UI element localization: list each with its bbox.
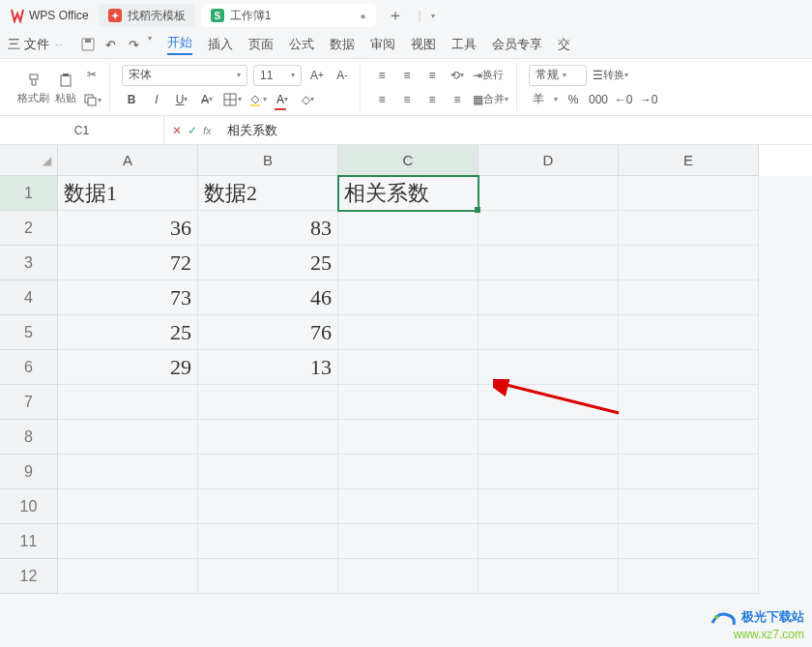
row-header[interactable]: 1 [0, 176, 58, 211]
cell-A5[interactable]: 25 [58, 315, 198, 350]
align-middle-button[interactable]: ≡ [397, 65, 417, 86]
cell-C5[interactable] [338, 315, 478, 350]
redo-button[interactable]: ↷ [125, 34, 144, 55]
cell-E6[interactable] [619, 350, 759, 385]
paste-button[interactable] [55, 70, 76, 91]
cell-B11[interactable] [198, 524, 338, 559]
cell-D2[interactable] [478, 211, 619, 246]
close-icon[interactable]: ● [360, 11, 365, 21]
cell-A2[interactable]: 36 [58, 211, 198, 246]
cell-E8[interactable] [619, 420, 759, 455]
cell-C11[interactable] [338, 524, 478, 559]
cancel-button[interactable]: ✕ [172, 124, 182, 137]
cell-D1[interactable] [478, 176, 619, 211]
column-header-B[interactable]: B [198, 145, 338, 176]
decrease-font-button[interactable]: A- [333, 65, 352, 86]
cell-B9[interactable] [198, 455, 338, 489]
font-size-select[interactable]: 11▾ [253, 65, 302, 86]
format-painter-button[interactable] [17, 70, 49, 91]
cell-C7[interactable] [338, 385, 478, 420]
column-header-A[interactable]: A [58, 145, 198, 176]
menu-formula[interactable]: 公式 [289, 36, 314, 53]
tab-list-dropdown[interactable]: ▾ [431, 12, 435, 20]
menu-view[interactable]: 视图 [411, 36, 436, 53]
thousand-button[interactable]: 000 [589, 89, 608, 110]
cell-C10[interactable] [338, 489, 478, 524]
align-right-button[interactable]: ≡ [422, 89, 442, 110]
underline-button[interactable]: U▾ [172, 89, 191, 110]
bold-button[interactable]: B [122, 89, 141, 110]
cell-D8[interactable] [478, 420, 619, 455]
select-all-corner[interactable]: ◢ [0, 145, 58, 176]
cell-B7[interactable] [198, 385, 338, 420]
menu-tools[interactable]: 工具 [451, 36, 477, 53]
fill-color-button[interactable]: ▾ [247, 89, 267, 110]
decrease-decimal-button[interactable]: ←0 [614, 89, 633, 110]
cell-A9[interactable] [58, 455, 198, 489]
cell-E2[interactable] [619, 211, 759, 246]
align-top-button[interactable]: ≡ [372, 65, 392, 86]
cell-A7[interactable] [58, 385, 198, 420]
orientation-button[interactable]: ⟲▾ [448, 65, 467, 86]
cell-E9[interactable] [619, 455, 759, 489]
cell-B12[interactable] [198, 559, 338, 594]
cell-D9[interactable] [478, 455, 619, 489]
cut-button[interactable]: ✂ [82, 64, 102, 85]
cell-A12[interactable] [58, 559, 198, 594]
cell-E11[interactable] [619, 524, 759, 559]
row-header[interactable]: 11 [0, 524, 58, 559]
cell-E5[interactable] [619, 315, 759, 350]
align-center-button[interactable]: ≡ [397, 89, 417, 110]
fx-button[interactable]: fx [203, 125, 212, 136]
cell-C6[interactable] [338, 350, 478, 385]
confirm-button[interactable]: ✓ [188, 124, 197, 137]
cell-D11[interactable] [478, 524, 619, 559]
cell-A1[interactable]: 数据1 [58, 176, 198, 211]
font-name-select[interactable]: 宋体▾ [122, 65, 247, 86]
cell-B4[interactable]: 46 [198, 280, 338, 315]
cell-A6[interactable]: 29 [58, 350, 198, 385]
increase-decimal-button[interactable]: →0 [639, 89, 658, 110]
border-button[interactable]: ▾ [222, 89, 242, 110]
cell-E1[interactable] [619, 176, 759, 211]
row-header[interactable]: 10 [0, 489, 58, 524]
cell-B10[interactable] [198, 489, 338, 524]
name-box[interactable]: C1 [0, 116, 164, 144]
column-header-C[interactable]: C [338, 145, 478, 176]
row-header[interactable]: 12 [0, 559, 58, 594]
formula-input[interactable]: 相关系数 [219, 122, 812, 139]
italic-button[interactable]: I [147, 89, 166, 110]
tab-template[interactable]: ✦ 找稻壳模板 [99, 4, 195, 27]
cell-C1[interactable]: 相关系数 [338, 176, 478, 211]
row-header[interactable]: 2 [0, 211, 58, 246]
copy-button[interactable]: ▾ [82, 89, 102, 110]
cell-B3[interactable]: 25 [198, 246, 338, 280]
cell-E7[interactable] [619, 385, 759, 420]
cell-E4[interactable] [619, 280, 759, 315]
font-color-button[interactable]: A▾ [273, 89, 292, 110]
indent-button[interactable]: ≡ [448, 89, 467, 110]
convert-button[interactable]: ☰ 转换▾ [593, 65, 628, 86]
cell-B5[interactable]: 76 [198, 315, 338, 350]
clear-format-button[interactable]: ◇▾ [298, 89, 317, 110]
align-bottom-button[interactable]: ≡ [422, 65, 442, 86]
column-header-D[interactable]: D [478, 145, 619, 176]
cell-C3[interactable] [338, 246, 478, 280]
row-header[interactable]: 7 [0, 385, 58, 420]
row-header[interactable]: 5 [0, 315, 58, 350]
align-left-button[interactable]: ≡ [372, 89, 392, 110]
cell-B6[interactable]: 13 [198, 350, 338, 385]
cell-D5[interactable] [478, 315, 619, 350]
row-header[interactable]: 8 [0, 420, 58, 455]
cell-B2[interactable]: 83 [198, 211, 338, 246]
increase-font-button[interactable]: A+ [307, 65, 327, 86]
cell-C2[interactable] [338, 211, 478, 246]
cell-D12[interactable] [478, 559, 619, 594]
number-format-select[interactable]: 常规▾ [529, 65, 587, 86]
file-menu[interactable]: 三 文件 ⋯ [8, 36, 63, 53]
cell-A8[interactable] [58, 420, 198, 455]
wrap-text-button[interactable]: ⇥ 换行 [473, 65, 504, 86]
row-header[interactable]: 3 [0, 246, 58, 280]
merge-button[interactable]: ▦ 合并▾ [473, 89, 508, 110]
cell-B8[interactable] [198, 420, 338, 455]
